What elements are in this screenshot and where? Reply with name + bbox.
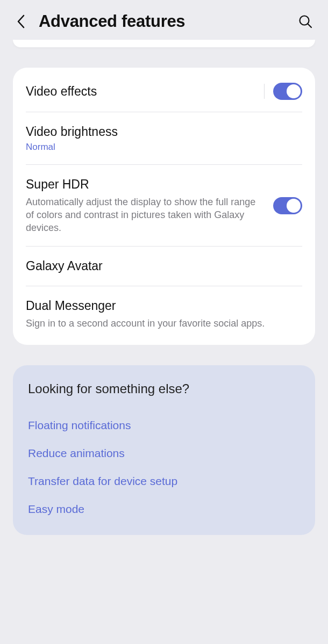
header-bar: Advanced features bbox=[0, 0, 328, 40]
row-description: Automatically adjust the display to show… bbox=[26, 196, 265, 235]
toggle-knob bbox=[287, 199, 301, 213]
galaxy-avatar-row[interactable]: Galaxy Avatar bbox=[13, 247, 315, 286]
dual-messenger-row[interactable]: Dual Messenger Sign in to a second accou… bbox=[13, 286, 315, 342]
row-text: Video effects bbox=[26, 84, 255, 99]
row-text: Dual Messenger Sign in to a second accou… bbox=[26, 298, 302, 330]
svg-line-1 bbox=[308, 24, 312, 28]
looking-title: Looking for something else? bbox=[28, 381, 300, 396]
row-label: Dual Messenger bbox=[26, 298, 302, 314]
chevron-left-icon bbox=[16, 15, 27, 28]
video-effects-toggle[interactable] bbox=[273, 83, 302, 100]
row-label: Video effects bbox=[26, 84, 255, 99]
super-hdr-row[interactable]: Super HDR Automatically adjust the displ… bbox=[13, 165, 315, 247]
link-floating-notifications[interactable]: Floating notifications bbox=[28, 411, 300, 439]
row-label: Video brightness bbox=[26, 124, 302, 140]
super-hdr-toggle[interactable] bbox=[273, 197, 302, 214]
row-label: Super HDR bbox=[26, 177, 265, 192]
row-value: Normal bbox=[26, 142, 302, 153]
video-effects-row[interactable]: Video effects bbox=[13, 71, 315, 112]
toggle-knob bbox=[287, 84, 301, 98]
vertical-separator bbox=[264, 84, 265, 99]
row-label: Galaxy Avatar bbox=[26, 258, 302, 274]
previous-card-edge bbox=[13, 40, 315, 47]
settings-card: Video effects Video brightness Normal Su… bbox=[13, 68, 315, 345]
row-text: Super HDR Automatically adjust the displ… bbox=[26, 177, 265, 235]
video-brightness-row[interactable]: Video brightness Normal bbox=[13, 112, 315, 164]
row-description: Sign in to a second account in your favo… bbox=[26, 317, 302, 330]
row-text: Video brightness Normal bbox=[26, 124, 302, 153]
page-title: Advanced features bbox=[39, 12, 287, 31]
back-button[interactable] bbox=[12, 12, 31, 31]
search-icon bbox=[298, 14, 313, 29]
link-transfer-data[interactable]: Transfer data for device setup bbox=[28, 467, 300, 495]
link-easy-mode[interactable]: Easy mode bbox=[28, 495, 300, 523]
search-button[interactable] bbox=[295, 11, 316, 32]
row-text: Galaxy Avatar bbox=[26, 258, 302, 274]
looking-card: Looking for something else? Floating not… bbox=[13, 365, 315, 535]
link-reduce-animations[interactable]: Reduce animations bbox=[28, 439, 300, 467]
